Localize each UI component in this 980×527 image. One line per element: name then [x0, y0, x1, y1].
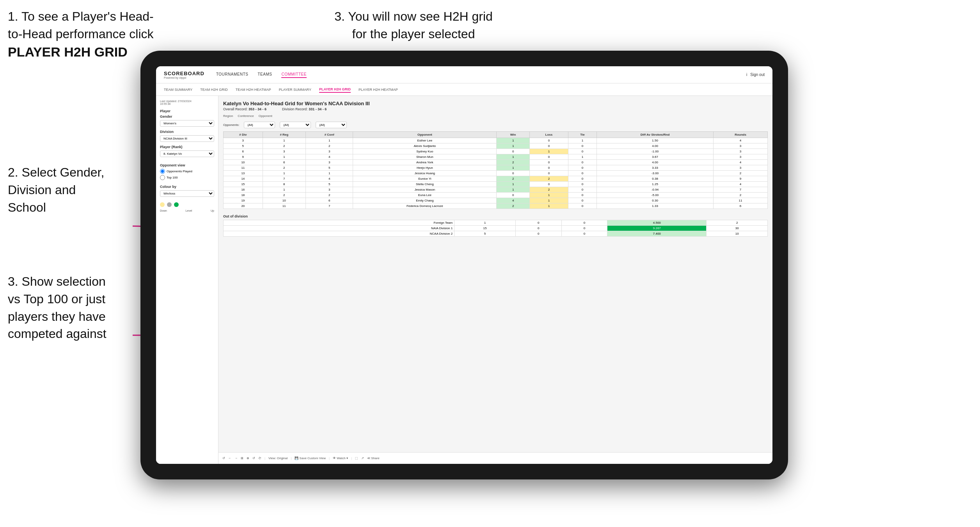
table-row: 11: [263, 203, 305, 209]
table-row: 1.25: [597, 182, 714, 187]
opponents-select[interactable]: (All): [244, 122, 275, 128]
table-row: 0: [568, 187, 597, 193]
table-row: 3: [305, 149, 353, 154]
table-row: 0: [568, 193, 597, 198]
table-row: 6: [714, 203, 768, 209]
instruction-top-right: 3. You will now see H2H gridfor the play…: [320, 8, 507, 43]
radio-top100[interactable]: Top 100: [160, 175, 214, 180]
sub-nav-team-summary[interactable]: TEAM SUMMARY: [164, 87, 192, 92]
toolbar-back[interactable]: ←: [228, 456, 231, 460]
table-row: 3.33: [597, 165, 714, 171]
division-select[interactable]: NCAA Division III NCAA Division I NCAA D…: [160, 135, 214, 142]
region-filter-group: Region: [223, 114, 233, 118]
table-row: 16: [224, 187, 263, 193]
toolbar-save-custom[interactable]: 💾 Save Custom View: [295, 456, 326, 460]
conference-select[interactable]: (All): [280, 122, 311, 128]
toolbar-plus[interactable]: ⊕: [247, 456, 249, 460]
table-row: 4: [305, 176, 353, 182]
table-row: 0: [529, 138, 568, 143]
table-row: 0: [529, 143, 568, 149]
table-row: 2: [529, 187, 568, 193]
col-tie: Tie: [568, 132, 597, 138]
instruction-top-left: 1. To see a Player's Head- to-Head perfo…: [8, 8, 156, 61]
toolbar-timer[interactable]: ⏱: [258, 456, 261, 460]
table-row: Andrea York: [353, 160, 497, 165]
toolbar-undo[interactable]: ↺: [222, 456, 225, 460]
table-row: 1: [568, 138, 597, 143]
sub-nav-team-h2h-heatmap[interactable]: TEAM H2H HEATMAP: [236, 87, 271, 92]
player-rank-select[interactable]: 8. Katelyn Vo: [160, 150, 214, 157]
sub-nav-player-h2h-grid[interactable]: PLAYER H2H GRID: [319, 87, 351, 93]
table-row: 2: [529, 176, 568, 182]
list-item: 2: [707, 220, 768, 226]
gender-label: Gender: [160, 115, 214, 118]
toolbar-sep3: |: [329, 456, 330, 460]
table-row: 4: [714, 160, 768, 165]
table-row: -0.94: [597, 187, 714, 193]
list-item: 0: [561, 226, 607, 231]
division-label: Division: [160, 130, 214, 134]
sub-nav-player-summary[interactable]: PLAYER SUMMARY: [279, 87, 311, 92]
table-row: 9: [714, 176, 768, 182]
table-row: 11: [224, 165, 263, 171]
table-row: 2: [497, 203, 529, 209]
sub-nav-player-h2h-heatmap[interactable]: PLAYER H2H HEATMAP: [359, 87, 398, 92]
table-row: 8: [263, 182, 305, 187]
table-row: 0.38: [597, 176, 714, 182]
panel-timestamp: Last Updated: 27/03/2024 16:55:38: [160, 100, 214, 105]
table-row: 1: [263, 187, 305, 193]
table-row: 3: [714, 143, 768, 149]
radio-opponents-played[interactable]: Opponents Played: [160, 169, 214, 174]
list-item: 0: [561, 220, 607, 226]
list-item: 0: [515, 220, 561, 226]
table-row: Sharon Mun: [353, 154, 497, 160]
out-of-div-label: Out of division: [223, 214, 768, 218]
table-row: Alexis Sudjianto: [353, 143, 497, 149]
table-row: 5: [305, 182, 353, 187]
table-row: 1: [497, 138, 529, 143]
toolbar-share-arrow[interactable]: ↗: [361, 456, 364, 460]
toolbar-sep2: |: [291, 456, 291, 460]
colour-down-circle: [160, 202, 165, 207]
colour-select[interactable]: Win/loss: [160, 190, 214, 197]
toolbar-watch[interactable]: 👁 Watch ▾: [333, 456, 348, 460]
instruction-mid-left: 2. Select Gender, Division and School: [8, 164, 140, 216]
toolbar-share[interactable]: ≪ Share: [367, 456, 380, 460]
nav-committee[interactable]: COMMITTEE: [281, 71, 307, 78]
col-conf: # Conf: [305, 132, 353, 138]
colour-up-circle: [174, 202, 179, 207]
toolbar-expand[interactable]: ⬚: [355, 456, 358, 460]
table-row: 5: [224, 143, 263, 149]
table-row: 19: [224, 198, 263, 203]
toolbar-view-original[interactable]: View: Original: [268, 456, 288, 460]
sub-nav-team-h2h-grid[interactable]: TEAM H2H GRID: [200, 87, 228, 92]
table-row: 1: [305, 171, 353, 176]
ipad-screen: SCOREBOARD Powered by clippd TOURNAMENTS…: [156, 66, 772, 464]
table-row: 1: [305, 138, 353, 143]
table-row: 0: [497, 149, 529, 154]
nav-tournaments[interactable]: TOURNAMENTS: [216, 71, 249, 78]
list-item: 10: [707, 231, 768, 237]
opponent-select[interactable]: (All): [316, 122, 347, 128]
division-record: Division Record: 331 - 34 - 6: [282, 107, 327, 111]
table-row: 1: [263, 154, 305, 160]
table-row: 2: [305, 143, 353, 149]
table-row: 1: [568, 154, 597, 160]
gender-select[interactable]: Women's Men's: [160, 120, 214, 127]
table-row: 3: [224, 138, 263, 143]
toolbar-grid[interactable]: ⊞: [241, 456, 243, 460]
list-item: 0: [561, 231, 607, 237]
toolbar-refresh[interactable]: ↺: [252, 456, 255, 460]
app-header: SCOREBOARD Powered by clippd TOURNAMENTS…: [156, 66, 772, 83]
col-div: # Div: [224, 132, 263, 138]
nav-teams[interactable]: TEAMS: [257, 71, 272, 78]
logo-area: SCOREBOARD Powered by clippd: [164, 71, 204, 79]
table-row: -3.00: [597, 171, 714, 176]
sign-out-link[interactable]: Sign out: [750, 73, 765, 77]
table-row: 5: [305, 165, 353, 171]
header-info-icon[interactable]: i: [746, 73, 747, 77]
logo-text: SCOREBOARD: [164, 71, 204, 76]
toolbar-forward[interactable]: →: [234, 456, 238, 460]
table-row: Euna Lee: [353, 193, 497, 198]
list-item: 4.500: [607, 220, 707, 226]
